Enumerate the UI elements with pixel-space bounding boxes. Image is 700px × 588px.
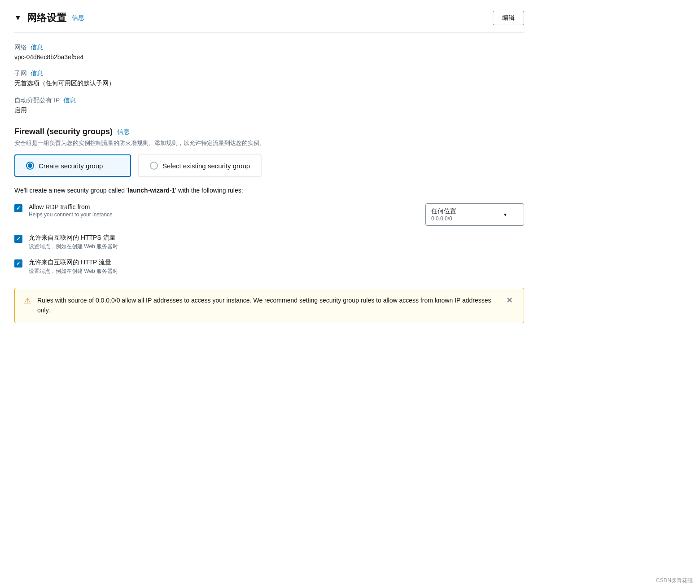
firewall-section: Firewall (security groups) 信息 安全组是一组负责为您… [14,127,524,323]
rdp-rule-label: Allow RDP traffic from [29,203,113,211]
https-checkbox[interactable] [14,235,22,243]
warning-box: ⚠ Rules with source of 0.0.0.0/0 allow a… [14,288,524,323]
subnet-label: 子网 [14,70,27,78]
security-group-radio-group: Create security group Select existing se… [14,154,524,177]
dropdown-arrow-icon: ▼ [503,212,508,217]
firewall-title: Firewall (security groups) [14,127,113,136]
rdp-checkbox-container: Allow RDP traffic from Helps you connect… [14,203,419,218]
rdp-source-dropdown[interactable]: 任何位置 0.0.0.0/0 ▼ [425,203,524,226]
http-rule-sublabel: 设置端点，例如在创建 Web 服务器时 [29,268,118,275]
auto-ip-label: 自动分配公有 IP [14,97,60,105]
warning-text: Rules with source of 0.0.0.0/0 allow all… [37,295,498,316]
auto-ip-value: 启用 [14,106,524,114]
select-existing-security-group-option[interactable]: Select existing security group [138,154,262,177]
auto-ip-info-link[interactable]: 信息 [63,97,76,105]
section-title: 网络设置 [27,11,66,25]
rdp-rule-item: Allow RDP traffic from Helps you connect… [14,203,524,226]
subnet-value: 无首选项（任何可用区的默认子网） [14,79,524,88]
network-field-group: 网络 信息 vpc-04d6ec8b2ba3ef5e4 [14,44,524,61]
rdp-rule-sublabel: Helps you connect to your instance [29,211,113,218]
subnet-info-link[interactable]: 信息 [31,70,43,78]
http-checkbox-container: 允许来自互联网的 HTTP 流量 设置端点，例如在创建 Web 服务器时 [14,259,524,275]
create-security-group-option[interactable]: Create security group [14,154,131,177]
select-existing-security-group-label: Select existing security group [162,162,250,170]
edit-button[interactable]: 编辑 [493,11,524,25]
https-rule-label: 允许来自互联网的 HTTPS 流量 [29,234,118,242]
section-info-link[interactable]: 信息 [72,14,84,22]
create-radio-circle [26,162,34,170]
network-value: vpc-04d6ec8b2ba3ef5e4 [14,53,524,61]
create-description: We'll create a new security group called… [14,186,524,195]
http-checkbox[interactable] [14,259,22,268]
watermark: CSDN@青花磁 [656,577,693,584]
https-rule-item: 允许来自互联网的 HTTPS 流量 设置端点，例如在创建 Web 服务器时 [14,234,524,250]
https-rule-text: 允许来自互联网的 HTTPS 流量 设置端点，例如在创建 Web 服务器时 [29,234,118,250]
https-rule-sublabel: 设置端点，例如在创建 Web 服务器时 [29,243,118,250]
warning-close-button[interactable]: ✕ [504,295,515,305]
http-rule-item: 允许来自互联网的 HTTP 流量 设置端点，例如在创建 Web 服务器时 [14,259,524,275]
rdp-dropdown-main: 任何位置 [431,207,456,215]
subnet-field-group: 子网 信息 无首选项（任何可用区的默认子网） [14,70,524,88]
rdp-checkbox[interactable] [14,204,22,212]
http-rule-text: 允许来自互联网的 HTTP 流量 设置端点，例如在创建 Web 服务器时 [29,259,118,275]
select-radio-circle [150,162,158,170]
chevron-icon: ▼ [14,14,22,22]
rdp-rule-text: Allow RDP traffic from Helps you connect… [29,203,113,218]
create-security-group-label: Create security group [39,162,103,170]
wizard-name: launch-wizard-1 [128,187,175,194]
http-rule-label: 允许来自互联网的 HTTP 流量 [29,259,118,267]
https-checkbox-container: 允许来自互联网的 HTTPS 流量 设置端点，例如在创建 Web 服务器时 [14,234,524,250]
rdp-dropdown-sub: 0.0.0.0/0 [431,215,456,222]
network-label: 网络 [14,44,27,52]
firewall-info-link[interactable]: 信息 [117,128,130,136]
network-info-link[interactable]: 信息 [31,44,43,52]
warning-icon: ⚠ [24,296,31,306]
firewall-description: 安全组是一组负责为您的实例控制流量的防火墙规则。添加规则，以允许特定流量到达您的… [14,139,524,147]
auto-ip-field-group: 自动分配公有 IP 信息 启用 [14,97,524,114]
